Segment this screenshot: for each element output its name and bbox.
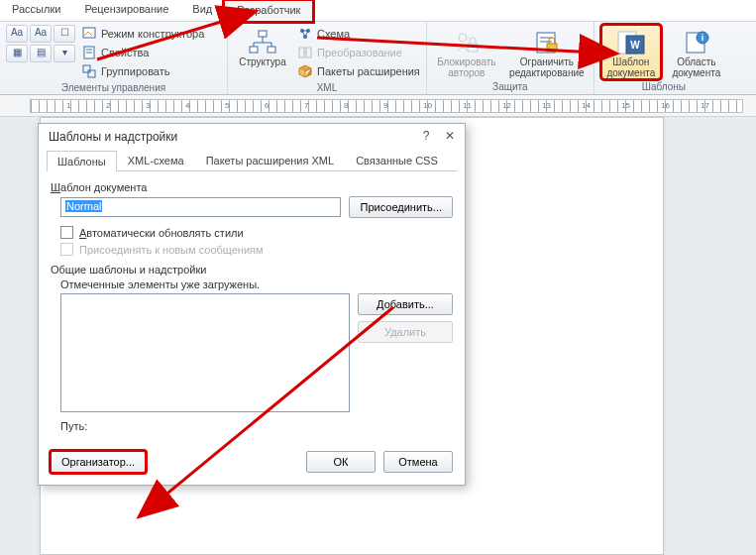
organizer-button[interactable]: Организатор... [51, 451, 146, 473]
cmd-transformation-label: Преобразование [317, 47, 402, 58]
cmd-expansion-packs[interactable]: Пакеты расширения [297, 62, 420, 80]
structure-icon [247, 29, 278, 56]
btn-restrict-label: Ограничить редактирование [509, 56, 585, 78]
btn-template-doc[interactable]: W Шаблон документа [601, 25, 661, 79]
svg-rect-15 [468, 44, 478, 52]
ruler-number: 11 [463, 101, 472, 110]
tab-review[interactable]: Рецензирование [72, 0, 180, 21]
ruler-number: 7 [304, 101, 308, 110]
ruler-number: 17 [701, 101, 709, 110]
close-button[interactable]: ✕ [443, 130, 457, 144]
cmd-properties-label: Свойства [101, 47, 149, 58]
cmd-expansion-label: Пакеты расширения [317, 65, 420, 77]
tab-view[interactable]: Вид [180, 0, 224, 21]
ruler-number: 8 [344, 101, 348, 110]
btn-structure[interactable]: Структура [234, 25, 291, 68]
help-button[interactable]: ? [419, 130, 433, 144]
svg-rect-5 [88, 70, 95, 77]
svg-rect-7 [250, 47, 258, 53]
ribbon: Aa ▦ Aa ▤ ☐ ▾ Режим конструктора [0, 22, 756, 95]
ribbon-group-protect: Блокировать авторов Ограничить редактиро… [427, 22, 594, 94]
attach-button[interactable]: Присоединить... [349, 196, 453, 218]
ctrl-btn-1[interactable]: Aa [30, 25, 52, 43]
path-label: Путь: [60, 420, 453, 432]
ruler-number: 6 [265, 101, 269, 110]
ctrl-btn-5[interactable]: ▾ [54, 45, 75, 62]
attach-new-label: Присоединять к новым сообщениям [79, 244, 264, 256]
ribbon-group-templates: W Шаблон документа i Область документа Ш… [594, 22, 733, 94]
tab-developer[interactable]: Разработчик [224, 0, 313, 22]
dialog-tabs: Шаблоны XML-схема Пакеты расширения XML … [47, 150, 457, 171]
cmd-group-label: Группировать [101, 65, 170, 77]
btn-restrict[interactable]: Ограничить редактирование [506, 25, 588, 79]
auto-update-label: Автоматически обновлять стили [79, 227, 244, 239]
ctrl-btn-0[interactable]: Aa [6, 25, 28, 43]
doc-template-input[interactable]: Normal [60, 197, 341, 217]
dlg-tab-xmlschema[interactable]: XML-схема [117, 150, 195, 170]
svg-rect-13 [306, 48, 311, 57]
globals-listbox[interactable] [60, 293, 350, 412]
ctrl-btn-4[interactable]: ▤ [30, 45, 52, 62]
design-mode-icon [81, 26, 97, 42]
auto-update-checkbox[interactable] [60, 226, 73, 239]
ribbon-group-xml: Структура Схема Преобразование [228, 22, 427, 94]
cmd-properties[interactable]: Свойства [81, 44, 204, 61]
btn-structure-label: Структура [239, 56, 285, 67]
template-doc-icon: W [615, 29, 647, 56]
ruler-number: 1 [66, 101, 70, 110]
ruler-number: 5 [225, 101, 229, 110]
marked-label: Отмеченные элементы уже загружены. [60, 278, 453, 290]
ruler-number: 15 [621, 101, 630, 110]
group-xml-label: XML [234, 80, 420, 95]
svg-text:W: W [630, 40, 640, 51]
btn-region-doc-label: Область документа [672, 56, 720, 78]
btn-region-doc[interactable]: i Область документа [667, 25, 726, 79]
ruler-number: 16 [661, 101, 670, 110]
svg-rect-4 [83, 65, 90, 72]
ruler-number: 2 [106, 101, 110, 110]
ribbon-tab-strip: Рассылки Рецензирование Вид Разработчик [0, 0, 756, 22]
doc-template-label: Шаблон документа [51, 181, 453, 193]
ctrl-btn-2[interactable]: ☐ [54, 25, 75, 43]
svg-rect-8 [268, 47, 275, 53]
btn-block-authors[interactable]: Блокировать авторов [433, 25, 500, 79]
svg-rect-12 [299, 48, 304, 57]
svg-text:i: i [702, 33, 704, 43]
btn-block-authors-label: Блокировать авторов [437, 56, 495, 78]
dlg-tab-expansion[interactable]: Пакеты расширения XML [195, 150, 346, 170]
ribbon-group-controls: Aa ▦ Aa ▤ ☐ ▾ Режим конструктора [0, 22, 228, 94]
ruler-number: 4 [185, 101, 189, 110]
ruler-number: 12 [502, 101, 511, 110]
dlg-tab-css[interactable]: Связанные CSS [345, 150, 449, 170]
cmd-schema[interactable]: Схема [297, 25, 420, 43]
properties-icon [81, 45, 97, 60]
attach-new-checkbox [60, 243, 73, 256]
region-doc-icon: i [681, 29, 712, 56]
ruler-number: 3 [146, 101, 150, 110]
ok-button[interactable]: ОК [306, 451, 376, 473]
block-authors-icon [451, 29, 483, 56]
ruler-area: 1234567891011121314151617 [0, 95, 756, 117]
ruler[interactable]: 1234567891011121314151617 [30, 99, 743, 113]
cmd-design-mode[interactable]: Режим конструктора [81, 25, 204, 43]
cmd-group[interactable]: Группировать [81, 62, 204, 80]
dlg-tab-templates[interactable]: Шаблоны [47, 151, 117, 171]
cancel-button[interactable]: Отмена [383, 451, 453, 473]
group-icon [81, 63, 97, 79]
svg-point-14 [459, 34, 467, 42]
cmd-transformation[interactable]: Преобразование [297, 44, 420, 61]
dialog-title: Шаблоны и надстройки [49, 130, 177, 144]
cmd-design-mode-label: Режим конструктора [101, 28, 204, 40]
ruler-number: 9 [383, 101, 387, 110]
btn-template-doc-label: Шаблон документа [606, 56, 655, 78]
ruler-number: 13 [542, 101, 551, 110]
ctrl-btn-3[interactable]: ▦ [6, 45, 28, 62]
ruler-number: 10 [423, 101, 432, 110]
tab-mailings[interactable]: Рассылки [0, 0, 72, 21]
add-button[interactable]: Добавить... [358, 293, 453, 315]
templates-dialog: Шаблоны и надстройки ? ✕ Шаблоны XML-схе… [38, 123, 466, 486]
group-templates-label: Шаблоны [600, 79, 727, 94]
schema-icon [297, 26, 313, 42]
restrict-icon [531, 29, 563, 56]
dialog-titlebar: Шаблоны и надстройки ? ✕ [39, 124, 465, 148]
